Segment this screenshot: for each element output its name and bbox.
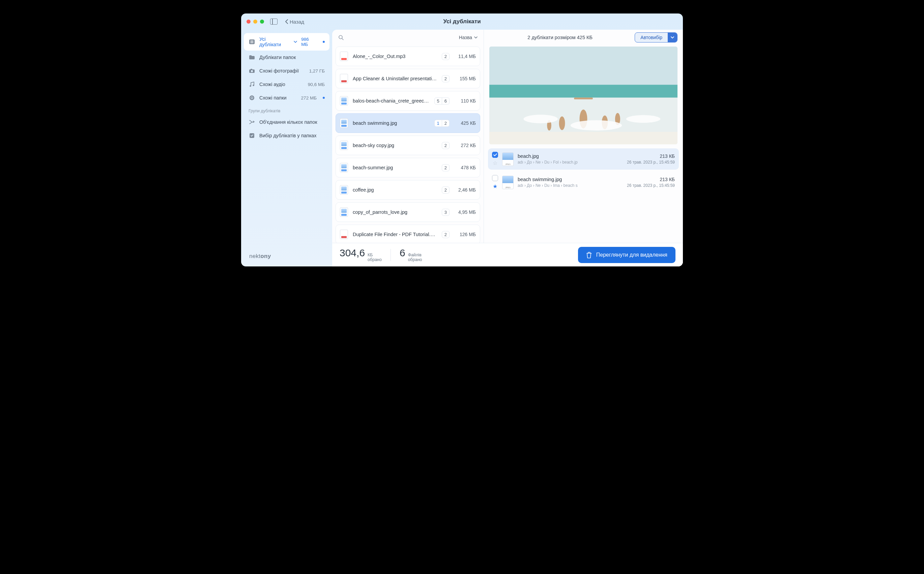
- file-name: App Cleaner & Uninstaller presentation..…: [353, 76, 437, 81]
- zoom-window-button[interactable]: [260, 20, 264, 24]
- svg-point-2: [251, 70, 253, 72]
- svg-point-20: [571, 120, 622, 131]
- file-size: 272 КБ: [454, 143, 476, 148]
- link-icon: [249, 95, 255, 101]
- close-window-button[interactable]: [246, 20, 251, 24]
- page-title: Усі дублікати: [443, 18, 481, 25]
- list-row[interactable]: copy_of_parrots_love.jpg 3 4,95 МБ: [336, 202, 480, 222]
- minimize-window-button[interactable]: [253, 20, 257, 24]
- review-for-removal-button[interactable]: Переглянути для видалення: [578, 247, 675, 263]
- file-type-icon: [340, 230, 348, 239]
- duplicates-list[interactable]: Alone_-_Color_Out.mp3 2 11,4 МБ App Clea…: [332, 45, 484, 266]
- sort-dropdown[interactable]: Назва: [459, 35, 478, 40]
- svg-rect-9: [489, 47, 678, 85]
- file-thumbnail: [502, 176, 514, 189]
- duplicate-name: beach.jpg: [518, 153, 623, 159]
- preview-column: 2 дублікати розміром 425 КБ Автовибір: [484, 30, 683, 266]
- toggle-sidebar-button[interactable]: [270, 19, 278, 25]
- file-name: beach swimming.jpg: [353, 120, 430, 126]
- file-name: balos-beach-chania_crete_greece.j...: [353, 98, 430, 104]
- list-row[interactable]: balos-beach-chania_crete_greece.j... 56 …: [336, 91, 480, 110]
- sidebar-item-label: Схожі папки: [259, 95, 287, 101]
- sidebar-item-label: Дублікати папок: [259, 55, 296, 60]
- badge-group: 2: [442, 186, 449, 194]
- file-name: beach-summer.jpg: [353, 165, 437, 170]
- trash-icon: [586, 252, 592, 258]
- svg-rect-3: [251, 69, 252, 70]
- file-type-icon: [340, 207, 348, 217]
- file-size: 11,4 МБ: [454, 54, 476, 59]
- list-row[interactable]: beach-summer.jpg 2 478 КБ: [336, 158, 480, 177]
- checkbox[interactable]: [492, 175, 498, 181]
- chevron-down-icon: [671, 36, 674, 39]
- svg-rect-12: [489, 132, 678, 144]
- divider: [391, 249, 391, 261]
- file-type-icon: [340, 74, 348, 83]
- list-icon: [249, 38, 255, 45]
- chevron-down-icon: [474, 36, 478, 39]
- file-size: 2,46 МБ: [454, 187, 476, 192]
- list-row[interactable]: App Cleaner & Uninstaller presentation..…: [336, 69, 480, 88]
- list-row[interactable]: coffee.jpg 2 2,46 МБ: [336, 180, 480, 200]
- svg-point-15: [559, 116, 565, 130]
- sidebar-item-size: 90,6 МБ: [308, 82, 325, 87]
- selected-files-stat: 6 Файлівобрано: [400, 247, 422, 262]
- duplicate-row[interactable]: ☆ beach.jpg adı › До › Ne › Du › Fol › b…: [488, 148, 679, 170]
- search-icon[interactable]: [338, 35, 344, 40]
- count-badge: 2: [442, 231, 449, 238]
- selected-size-stat: 304,6 КБобрано: [340, 247, 382, 262]
- folder-icon: [249, 54, 255, 61]
- file-size: 425 КБ: [454, 120, 476, 126]
- sidebar-item-label: Схожі фотографії: [259, 68, 299, 74]
- sidebar-group-1[interactable]: Вибір дублікатів у папках: [244, 129, 330, 142]
- file-name: beach-sky copy.jpg: [353, 143, 437, 148]
- list-row[interactable]: beach swimming.jpg 12 425 КБ: [336, 113, 480, 133]
- list-row[interactable]: Duplicate File Finder - PDF Tutorial.pdf…: [336, 225, 480, 244]
- autoselect-button[interactable]: Автовибір: [635, 32, 678, 43]
- sidebar-item-1[interactable]: Дублікати папок: [244, 50, 330, 64]
- file-type-icon: [340, 96, 348, 106]
- sidebar-item-3[interactable]: Схожі аудіо90,6 МБ: [244, 77, 330, 91]
- chevron-down-icon: [294, 41, 297, 43]
- file-name: copy_of_parrots_love.jpg: [353, 210, 437, 215]
- file-type-icon: [340, 118, 348, 128]
- file-name: Alone_-_Color_Out.mp3: [353, 54, 437, 59]
- star-icon[interactable]: ☆: [492, 160, 498, 166]
- badge-group: 2: [442, 53, 449, 60]
- back-button[interactable]: Назад: [285, 19, 304, 25]
- count-badge: 6: [442, 98, 449, 104]
- file-size: 478 КБ: [454, 165, 476, 170]
- indicator-dot: [323, 97, 325, 99]
- music-icon: [249, 81, 255, 88]
- sidebar-section-label: Групи дублікатів: [244, 104, 330, 115]
- duplicate-row[interactable]: ★ beach swimming.jpg adı › До › Ne › Du …: [488, 172, 679, 193]
- footer-bar: 304,6 КБобрано 6 Файлівобрано Переглянут…: [332, 243, 683, 266]
- preview-image: [489, 47, 678, 144]
- svg-point-5: [252, 85, 254, 86]
- svg-point-19: [523, 115, 557, 123]
- sidebar-group-0[interactable]: Об'єднання кількох папок: [244, 115, 330, 129]
- badge-group: 2: [442, 231, 449, 238]
- list-row[interactable]: Alone_-_Color_Out.mp3 2 11,4 МБ: [336, 47, 480, 66]
- camera-icon: [249, 68, 255, 74]
- sidebar-item-0[interactable]: Усі дублікати986 МБ: [244, 33, 330, 50]
- autoselect-label: Автовибір: [635, 33, 668, 42]
- window-controls: [246, 20, 264, 24]
- duplicate-size: 213 КБ: [627, 153, 675, 159]
- star-icon[interactable]: ★: [492, 183, 498, 189]
- list-row[interactable]: beach-sky copy.jpg 2 272 КБ: [336, 136, 480, 155]
- badge-group: 3: [442, 209, 449, 216]
- indicator-dot: [323, 41, 325, 43]
- sidebar-item-4[interactable]: Схожі папки272 МБ: [244, 91, 330, 104]
- sidebar-item-2[interactable]: Схожі фотографії1,27 ГБ: [244, 64, 330, 77]
- file-size: 110 КБ: [454, 98, 476, 104]
- count-badge: 2: [442, 53, 449, 60]
- duplicate-size: 213 КБ: [627, 177, 675, 182]
- main-pane: Назва Alone_-_Color_Out.mp3 2 11,4 МБ Ap…: [332, 30, 683, 266]
- count-badge: 3: [442, 209, 449, 216]
- checkbox[interactable]: [492, 152, 498, 158]
- count-badge: 1: [435, 120, 442, 126]
- merge-icon: [249, 119, 255, 125]
- autoselect-dropdown[interactable]: [668, 33, 677, 42]
- duplicates-list-column: Назва Alone_-_Color_Out.mp3 2 11,4 МБ Ap…: [332, 30, 484, 266]
